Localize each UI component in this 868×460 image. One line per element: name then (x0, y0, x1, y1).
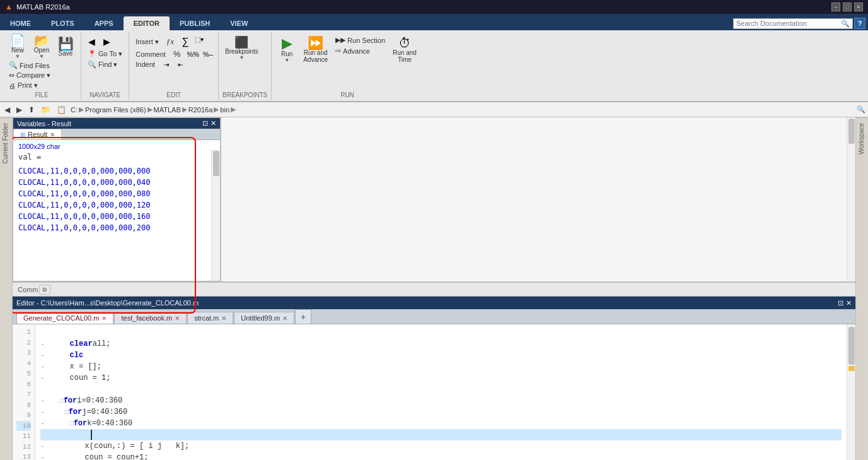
path-program-files[interactable]: Program Files (x86) (85, 106, 146, 114)
run-section-button[interactable]: ▶▶ Run Section (333, 35, 388, 45)
indent-button[interactable]: Indent (133, 60, 158, 69)
variables-panel-body: 1000x29 char val = CLOCAL,11,0,0,0,0,000… (13, 140, 220, 281)
back-icon: ◀ (88, 37, 95, 47)
print-icon: 🖨 (9, 82, 16, 90)
code-line-10 (40, 429, 842, 440)
code-content[interactable]: - clear all; - clc - x = []; (35, 324, 847, 460)
result-tab-close[interactable]: ✕ (50, 131, 55, 138)
tab-home[interactable]: HOME (0, 16, 41, 30)
editor-close-button[interactable]: ✕ (846, 299, 852, 307)
code-line-1 (40, 327, 842, 338)
tab-editor[interactable]: EDITOR (124, 16, 170, 30)
nav-browse-button[interactable]: 📋 (55, 105, 68, 115)
editor-tab-1[interactable]: test_facebook.m ✕ (114, 312, 187, 324)
code-line-5: - coun = 1; (40, 372, 842, 384)
maximize-button[interactable]: □ (843, 3, 852, 11)
forward-button[interactable]: ▶ (100, 35, 113, 48)
find-files-button[interactable]: 🔍 Find Files (6, 61, 52, 70)
run-time-button[interactable]: ⏱ Run andTime (390, 35, 419, 64)
tab-plots[interactable]: PLOTS (41, 16, 84, 30)
back-button[interactable]: ◀ (85, 35, 98, 48)
editor-tab-1-close[interactable]: ✕ (175, 315, 180, 322)
editor-tab-0[interactable]: Generate_CLOCAL00.m ✕ (16, 312, 113, 324)
var-data-row-2: CLOCAL,11,0,0,0,0,000,000,080 (18, 188, 215, 199)
ln-4: 4 (16, 358, 31, 369)
search-path-button[interactable]: 🔍 (857, 105, 865, 114)
code-line-8: - □ for j=0:40:360 (40, 406, 842, 418)
workspace-tab[interactable]: Workspace (856, 117, 868, 160)
search-documentation-input[interactable] (736, 20, 841, 27)
variables-scrollbar-thumb[interactable] (213, 151, 219, 176)
ln-8: 8 (16, 400, 31, 411)
insert-button[interactable]: Insert ▾ (133, 37, 161, 47)
compare-button[interactable]: ⇔ Compare ▾ (6, 71, 53, 80)
timer-icon: ⏱ (398, 37, 411, 49)
nav-forward-button[interactable]: ▶ (14, 105, 24, 115)
editor-collapse-button[interactable]: ⊡ (838, 299, 843, 307)
editor-tab-2[interactable]: strcat.m ✕ (187, 312, 233, 324)
save-button[interactable]: 💾 Save (54, 36, 77, 58)
comm-options-button[interactable]: ⊙ (39, 285, 50, 295)
editor-scrollbar-thumb[interactable] (848, 327, 855, 365)
goto-button[interactable]: 📍 Go To ▾ (85, 49, 125, 59)
editor-tab-3[interactable]: Untitled99.m ✕ (234, 312, 294, 324)
nav-back-button[interactable]: ◀ (3, 105, 12, 115)
close-button[interactable]: ✕ (854, 3, 863, 11)
editor-tab-2-close[interactable]: ✕ (221, 315, 226, 322)
editor-scrollbar[interactable] (847, 324, 855, 460)
result-tab[interactable]: ⊞ Result ✕ (13, 129, 62, 139)
nav-up-button[interactable]: ⬆ (26, 105, 37, 115)
ribbon-file-big-buttons: 📄 New ▼ 📂 Open ▼ 💾 Save (6, 33, 77, 61)
code-line-12: - coun = coun+1; (40, 452, 842, 460)
editor-lower: Editor - C:\Users\Ham...s\Desktop\Genera… (13, 297, 855, 460)
path-c[interactable]: C: (71, 106, 78, 114)
navigate-arrows: ◀ ▶ (85, 35, 125, 48)
upper-right-scrollbar-thumb[interactable] (848, 119, 855, 144)
ribbon-group-file: 📄 New ▼ 📂 Open ▼ 💾 Save 🔍 Find Files ⇔ C… (3, 32, 81, 100)
var-type-link[interactable]: char (47, 143, 60, 150)
comment-button[interactable]: Comment (133, 50, 168, 59)
help-button[interactable]: ? (854, 18, 865, 29)
variables-panel-collapse[interactable]: ⊡ (202, 119, 208, 127)
print-button[interactable]: 🖨 Print ▾ (6, 81, 40, 90)
cursor (91, 430, 92, 440)
variables-panel-close[interactable]: ✕ (211, 119, 216, 127)
minimize-button[interactable]: ─ (831, 3, 840, 11)
tab-publish[interactable]: PUBLISH (170, 16, 220, 30)
open-button[interactable]: 📂 Open ▼ (30, 33, 53, 61)
breakpoints-button[interactable]: ⬛ Breakpoints ▼ (223, 35, 261, 62)
main-content: Current Folder Variables - Result ⊡ ✕ ⊞ (0, 117, 868, 460)
nav-folder-button[interactable]: 📁 (39, 105, 52, 115)
current-folder-tab[interactable]: Current Folder (0, 117, 12, 168)
variables-panel-header: Variables - Result ⊡ ✕ (13, 118, 220, 129)
right-sidebar: Workspace (855, 117, 868, 460)
search-documentation-box[interactable]: 🔍 (733, 18, 853, 29)
editor-tab-0-close[interactable]: ✕ (101, 315, 107, 322)
fx-button[interactable]: ƒx (164, 36, 176, 47)
tab-view[interactable]: VIEW (220, 16, 258, 30)
editor-tab-3-close[interactable]: ✕ (282, 315, 287, 322)
result-tab-icon: ⊞ (20, 131, 25, 138)
path-bin[interactable]: bin (220, 106, 229, 114)
path-matlab[interactable]: MATLAB (154, 106, 181, 114)
tab-apps[interactable]: APPS (84, 16, 124, 30)
upper-right-space (221, 117, 855, 281)
editor-header: Editor - C:\Users\Ham...s\Desktop\Genera… (13, 297, 855, 309)
path-r2016a[interactable]: R2016a (188, 106, 213, 114)
ribbon-group-run: ▶ Run ▼ ⏩ Run andAdvance ▶▶ Run Section … (272, 32, 423, 100)
percent-button[interactable]: % (171, 49, 183, 59)
run-advance-button[interactable]: ⏩ Run andAdvance (301, 35, 330, 64)
run-button[interactable]: ▶ Run ▼ (275, 35, 298, 64)
find-button[interactable]: 🔍 Find ▾ (85, 60, 125, 69)
variables-scrollbar[interactable] (211, 150, 220, 281)
address-bar: ◀ ▶ ⬆ 📁 📋 C: ▶ Program Files (x86) ▶ MAT… (0, 102, 868, 117)
ln-10: 10 (16, 421, 31, 432)
editor-tab-add[interactable]: + (295, 309, 311, 324)
upper-right-scrollbar[interactable] (847, 117, 855, 281)
new-button[interactable]: 📄 New ▼ (6, 33, 29, 61)
compare-icon: ⇔ (9, 71, 14, 80)
title-bar-controls[interactable]: ─ □ ✕ (831, 3, 863, 11)
ln-6: 6 (16, 379, 31, 390)
formula-button[interactable]: ⬚▾ (193, 35, 205, 48)
advance-button[interactable]: ⇨ Advance (333, 46, 388, 56)
